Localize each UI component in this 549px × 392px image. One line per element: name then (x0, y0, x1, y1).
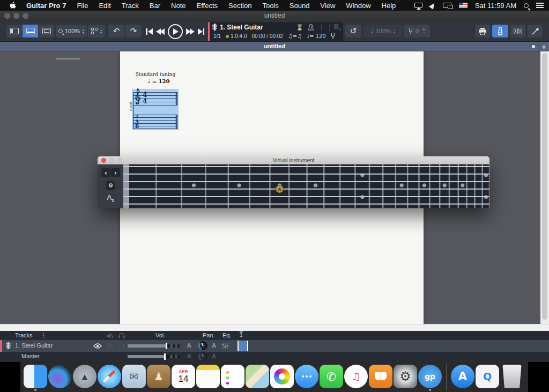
master-volume-automation-button[interactable]: A (187, 353, 191, 359)
dock-icon-safari[interactable] (98, 365, 121, 388)
dock-icon-itunes[interactable]: ♫ (344, 365, 368, 388)
new-tab-button[interactable]: + (538, 42, 549, 51)
tempo-value[interactable]: ♩= 120 (307, 33, 325, 39)
track-info-panel[interactable]: 1. Steel Guitar ⌛ ⋮ B3 1/1 1.0:4.0 00:00… (208, 22, 343, 41)
menu-item-track[interactable]: Track (116, 2, 144, 10)
play-button[interactable] (168, 24, 183, 39)
note-equivalence[interactable]: ♫=♫ (288, 33, 302, 39)
dock-icon-mail[interactable]: ✉ (122, 365, 146, 388)
page-layout-stepper[interactable]: ▴▾ (100, 28, 102, 34)
vi-title-bar[interactable]: Virtual instrument (98, 156, 489, 164)
mute-column-icon[interactable] (107, 333, 114, 338)
volume-handle[interactable] (164, 353, 166, 360)
track-name[interactable]: 1. Steel Guitar (15, 342, 53, 349)
voice-selector[interactable]: B3 (334, 23, 341, 32)
menu-item-tools[interactable]: Tools (257, 2, 284, 10)
redo-button[interactable]: ↷ (125, 25, 142, 37)
dock-icon-guitar-pro[interactable]: gp (418, 365, 442, 388)
master-track-name[interactable]: Master (21, 353, 40, 359)
dock-icon-messages[interactable]: ••• (295, 365, 318, 388)
master-pan-automation-button[interactable]: A (212, 353, 216, 359)
go-to-start-button[interactable] (146, 28, 153, 35)
speed-stepper[interactable]: ▴▾ (394, 28, 395, 34)
dock-icon-launchpad[interactable]: ▲ (73, 365, 97, 388)
virtual-instrument-window[interactable]: Virtual instrument ‹ › ⚙ A3 A (98, 156, 489, 208)
dock-icon-facetime[interactable]: ✆ (320, 365, 343, 388)
menu-item-bar[interactable]: Bar (144, 2, 166, 10)
scrollbar-thumb[interactable] (542, 53, 547, 320)
fast-forward-button[interactable] (186, 28, 195, 35)
track-row-master[interactable]: Master A A (0, 352, 549, 361)
dock-icon-maps[interactable] (246, 365, 269, 388)
menu-item-view[interactable]: View (315, 2, 340, 10)
dock-icon-ibooks[interactable] (369, 365, 392, 388)
transpose-control[interactable]: 0 +− (404, 25, 430, 37)
dock-icon-trash[interactable] (500, 365, 524, 388)
dock-icon-contacts[interactable]: ♟ (147, 365, 170, 388)
tracks-more-icon[interactable]: ⋮ (41, 332, 47, 339)
volume-automation-button[interactable]: A (187, 342, 191, 349)
menu-item-edit[interactable]: Edit (93, 2, 116, 10)
solo-button[interactable] (118, 343, 125, 349)
metronome-icon[interactable] (308, 24, 314, 31)
active-app-name[interactable]: Guitar Pro 7 (26, 2, 66, 10)
loop-button[interactable]: ↺ (345, 25, 361, 37)
dock-icon-reminders[interactable] (221, 365, 244, 388)
tuning-fork-icon[interactable] (331, 33, 335, 40)
virtual-instrument-button[interactable] (492, 25, 508, 37)
dock-icon-notes[interactable] (196, 365, 220, 388)
zoom-control[interactable]: 100% ▴▾ (56, 25, 87, 37)
menu-item-file[interactable]: File (71, 2, 93, 10)
print-button[interactable] (475, 25, 490, 37)
dock-icon-system-preferences[interactable]: ⚙ (394, 365, 417, 388)
eq-button[interactable] (222, 343, 228, 349)
menu-item-section[interactable]: Section (223, 2, 257, 10)
active-document-tab[interactable]: untitled (0, 43, 549, 49)
menu-clock[interactable]: Sat 11:59 AM (475, 2, 516, 10)
menu-item-window[interactable]: Window (340, 2, 376, 10)
more-options-icon[interactable]: ⋮ (318, 24, 325, 31)
zoom-stepper[interactable]: ▴▾ (83, 28, 84, 34)
menu-item-sound[interactable]: Sound (284, 2, 315, 10)
menu-item-note[interactable]: Note (166, 2, 191, 10)
dock-icon-quicktime[interactable]: Q (476, 365, 499, 388)
track-row-steel-guitar[interactable]: 1. Steel Guitar A A (0, 340, 549, 352)
menu-item-help[interactable]: Help (376, 2, 402, 10)
dock-icon-finder[interactable] (24, 365, 47, 388)
page-layout-control[interactable]: ▴▾ (88, 25, 105, 37)
master-volume-slider[interactable] (128, 355, 180, 358)
next-instrument-button[interactable]: › (111, 168, 120, 177)
transpose-stepper[interactable]: +− (422, 27, 426, 35)
spotlight-search-icon[interactable] (524, 3, 529, 8)
vi-settings-button[interactable]: ⚙ (106, 181, 115, 190)
airplay-icon[interactable] (414, 3, 422, 8)
tuner-button[interactable] (510, 25, 525, 37)
input-language-flag-icon[interactable] (459, 3, 468, 8)
pan-knob[interactable] (198, 341, 207, 350)
line-in-button[interactable] (528, 25, 543, 37)
view-mode-parchment-button[interactable] (39, 25, 54, 37)
view-mode-screen-button[interactable] (23, 25, 38, 37)
vertical-scrollbar[interactable] (540, 51, 549, 324)
fretboard[interactable]: A (123, 164, 489, 208)
displays-icon[interactable] (443, 3, 451, 8)
rewind-button[interactable] (156, 28, 165, 35)
countdown-icon[interactable]: ⌛ (296, 24, 303, 31)
solo-column-icon[interactable] (118, 333, 125, 338)
dock-icon-photos[interactable] (270, 365, 294, 388)
volume-slider[interactable] (128, 344, 180, 348)
visibility-eye-icon[interactable] (93, 343, 102, 349)
dock-icon-calendar[interactable]: APR14 (172, 365, 195, 388)
apple-menu-icon[interactable] (10, 2, 17, 10)
dock-icon-siri[interactable] (48, 365, 72, 388)
mute-button[interactable] (107, 343, 114, 349)
master-pan-knob[interactable] (198, 352, 207, 361)
previous-instrument-button[interactable]: ‹ (101, 168, 110, 177)
bar-1-cell[interactable] (238, 341, 248, 351)
dock-icon-app-store[interactable]: A (451, 365, 474, 388)
undo-button[interactable]: ↶ (108, 25, 124, 37)
relative-speed-control[interactable]: ♩ 100% ▴▾ (363, 25, 402, 37)
menu-item-effects[interactable]: Effects (191, 2, 224, 10)
view-mode-page-button[interactable] (6, 25, 22, 37)
pan-automation-button[interactable]: A (212, 342, 216, 349)
